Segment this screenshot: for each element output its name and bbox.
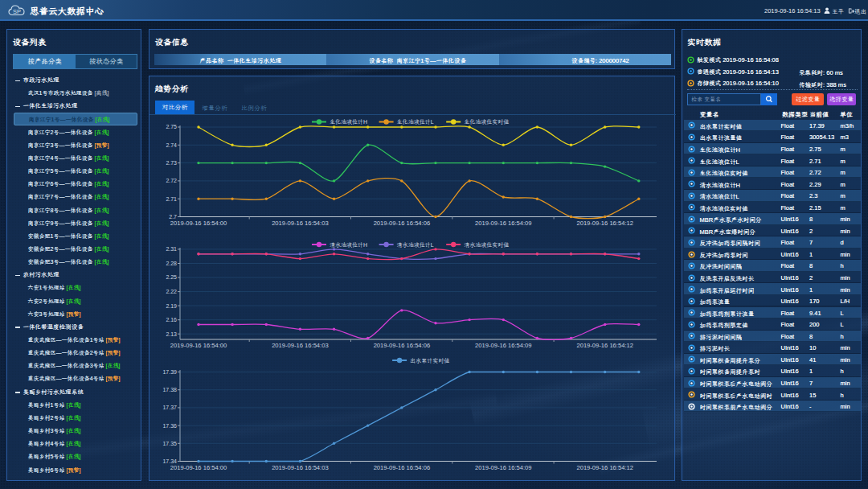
svg-text:2019-09-16 16:54:12: 2019-09-16 16:54:12: [576, 342, 633, 349]
svg-text:2019-09-16 16:54:00: 2019-09-16 16:54:00: [170, 220, 227, 227]
svg-text:2.75: 2.75: [166, 124, 177, 129]
svg-text:2019-09-16 16:54:06: 2019-09-16 16:54:06: [374, 342, 431, 349]
svg-text:生化池液位计L: 生化池液位计L: [397, 119, 434, 125]
svg-text:17.36: 17.36: [162, 423, 177, 429]
svg-text:2.73: 2.73: [166, 160, 177, 166]
svg-text:2.71: 2.71: [166, 196, 177, 202]
svg-text:17.38: 17.38: [162, 387, 177, 392]
svg-text:17.35: 17.35: [162, 441, 177, 446]
svg-text:2019-09-16 16:54:06: 2019-09-16 16:54:06: [374, 464, 431, 471]
svg-text:生化池液位实时值: 生化池液位实时值: [464, 119, 509, 125]
svg-text:2.16: 2.16: [166, 317, 177, 323]
svg-text:2019-09-16 16:54:09: 2019-09-16 16:54:09: [475, 342, 532, 349]
svg-text:2019-09-16 16:54:09: 2019-09-16 16:54:09: [475, 220, 532, 227]
svg-text:2019-09-16 16:54:12: 2019-09-16 16:54:12: [576, 220, 633, 227]
svg-text:2019-09-16 16:54:00: 2019-09-16 16:54:00: [170, 342, 227, 349]
svg-text:2.31: 2.31: [166, 246, 177, 252]
svg-text:2.19: 2.19: [166, 303, 177, 309]
svg-text:生化池液位计H: 生化池液位计H: [330, 119, 367, 125]
svg-text:2019-09-16 16:54:12: 2019-09-16 16:54:12: [576, 464, 633, 471]
svg-text:2019-09-16 16:54:03: 2019-09-16 16:54:03: [272, 464, 329, 471]
svg-text:17.37: 17.37: [162, 405, 177, 410]
svg-text:2.25: 2.25: [166, 274, 177, 280]
svg-text:清水池液位计L: 清水池液位计L: [397, 242, 434, 248]
svg-text:出水累计实时值: 出水累计实时值: [410, 358, 449, 364]
svg-text:2.13: 2.13: [166, 331, 177, 337]
svg-text:2019-09-16 16:54:06: 2019-09-16 16:54:06: [374, 220, 431, 227]
svg-text:17.39: 17.39: [162, 369, 177, 375]
svg-text:清水池液位计H: 清水池液位计H: [330, 242, 367, 248]
svg-text:2.22: 2.22: [166, 289, 177, 294]
svg-text:2.28: 2.28: [166, 261, 177, 266]
svg-text:2019-09-16 16:54:03: 2019-09-16 16:54:03: [272, 220, 329, 227]
svg-text:2019-09-16 16:54:00: 2019-09-16 16:54:00: [170, 464, 227, 471]
svg-text:2019-09-16 16:54:03: 2019-09-16 16:54:03: [272, 342, 329, 349]
svg-text:2.74: 2.74: [166, 142, 177, 148]
svg-text:清水池液位实时值: 清水池液位实时值: [464, 242, 509, 248]
svg-text:2019-09-16 16:54:09: 2019-09-16 16:54:09: [475, 464, 532, 471]
svg-text:2.72: 2.72: [166, 178, 177, 183]
